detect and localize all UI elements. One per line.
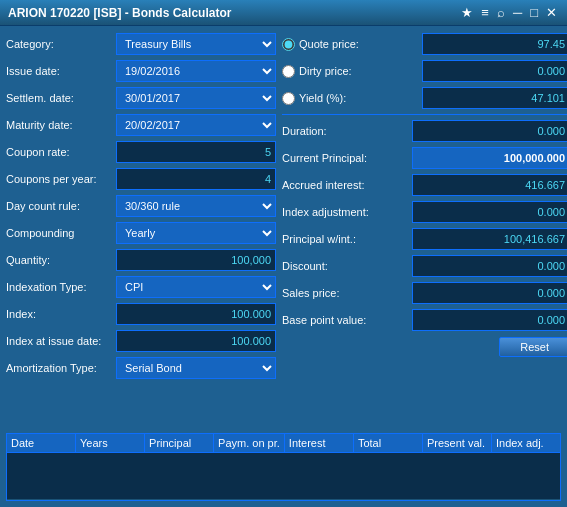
current-principal-input[interactable]: [412, 147, 567, 169]
settlem-date-label: Settlem. date:: [6, 92, 116, 104]
maturity-date-label: Maturity date:: [6, 119, 116, 131]
coupons-year-input[interactable]: [116, 168, 276, 190]
quantity-label: Quantity:: [6, 254, 116, 266]
col-total: Total: [354, 434, 423, 452]
window-controls: ★ ≡ ⌕ ─ □ ✕: [459, 5, 559, 20]
index-input[interactable]: [116, 303, 276, 325]
index-label: Index:: [6, 308, 116, 320]
issue-date-row: Issue date: 19/02/2016: [6, 59, 276, 83]
coupons-year-label: Coupons per year:: [6, 173, 116, 185]
index-adjustment-row: Index adjustment:: [282, 200, 567, 224]
current-principal-label: Current Principal:: [282, 152, 412, 164]
current-principal-row: Current Principal:: [282, 146, 567, 170]
col-interest: Interest: [285, 434, 354, 452]
table-header: Date Years Principal Paym. on pr. Intere…: [7, 434, 560, 453]
coupon-rate-label: Coupon rate:: [6, 146, 116, 158]
yield-radio[interactable]: [282, 92, 295, 105]
quantity-input[interactable]: [116, 249, 276, 271]
base-point-row: Base point value:: [282, 308, 567, 332]
day-count-row: Day count rule: 30/360 rule Actual/365 A…: [6, 194, 276, 218]
day-count-select[interactable]: 30/360 rule Actual/365 Actual/360: [116, 195, 276, 217]
dirty-price-input[interactable]: [422, 60, 567, 82]
dirty-price-radio[interactable]: [282, 65, 295, 78]
index-issue-input[interactable]: [116, 330, 276, 352]
category-row: Category: Treasury Bills Government Bond…: [6, 32, 276, 56]
base-point-input[interactable]: [412, 309, 567, 331]
principal-wint-input[interactable]: [412, 228, 567, 250]
table-body: [7, 453, 560, 499]
main-content: Category: Treasury Bills Government Bond…: [0, 26, 567, 507]
close-icon[interactable]: ✕: [544, 5, 559, 20]
discount-row: Discount:: [282, 254, 567, 278]
col-paym-on-pr: Paym. on pr.: [214, 434, 285, 452]
search-icon[interactable]: ⌕: [495, 5, 507, 20]
maturity-date-row: Maturity date: 20/02/2017: [6, 113, 276, 137]
data-table: Date Years Principal Paym. on pr. Intere…: [6, 433, 561, 501]
col-principal: Principal: [145, 434, 214, 452]
accrued-interest-input[interactable]: [412, 174, 567, 196]
col-years: Years: [76, 434, 145, 452]
indexation-type-label: Indexation Type:: [6, 281, 116, 293]
col-present-val: Present val.: [423, 434, 492, 452]
coupons-year-row: Coupons per year:: [6, 167, 276, 191]
yield-row: Yield (%):: [282, 86, 567, 110]
divider: [282, 114, 567, 115]
reset-row: Reset: [282, 337, 567, 357]
amortization-select[interactable]: Serial Bond Bullet: [116, 357, 276, 379]
compounding-select[interactable]: Yearly Semi-annually Quarterly Monthly: [116, 222, 276, 244]
form-area: Category: Treasury Bills Government Bond…: [6, 32, 561, 429]
amortization-row: Amortization Type: Serial Bond Bullet: [6, 356, 276, 380]
col-date: Date: [7, 434, 76, 452]
duration-label: Duration:: [282, 125, 412, 137]
index-row: Index:: [6, 302, 276, 326]
settlem-date-select[interactable]: 30/01/2017: [116, 87, 276, 109]
sales-price-row: Sales price:: [282, 281, 567, 305]
category-label: Category:: [6, 38, 116, 50]
title-bar: ARION 170220 [ISB] - Bonds Calculator ★ …: [0, 0, 567, 26]
category-select[interactable]: Treasury Bills Government Bonds Corporat…: [116, 33, 276, 55]
principal-wint-label: Principal w/int.:: [282, 233, 412, 245]
issue-date-label: Issue date:: [6, 65, 116, 77]
index-issue-row: Index at issue date:: [6, 329, 276, 353]
index-adjustment-input[interactable]: [412, 201, 567, 223]
indexation-type-row: Indexation Type: CPI None: [6, 275, 276, 299]
star-icon[interactable]: ★: [459, 5, 475, 20]
maximize-icon[interactable]: □: [528, 5, 540, 20]
quote-price-input[interactable]: [422, 33, 567, 55]
principal-wint-row: Principal w/int.:: [282, 227, 567, 251]
yield-input[interactable]: [422, 87, 567, 109]
reset-button[interactable]: Reset: [499, 337, 567, 357]
yield-radio-label: Yield (%):: [299, 92, 346, 104]
index-issue-label: Index at issue date:: [6, 335, 116, 347]
duration-row: Duration:: [282, 119, 567, 143]
sales-price-label: Sales price:: [282, 287, 412, 299]
duration-input[interactable]: [412, 120, 567, 142]
maturity-date-select[interactable]: 20/02/2017: [116, 114, 276, 136]
right-panel: Quote price: Dirty price: Yield (%):: [282, 32, 567, 429]
dirty-price-row: Dirty price:: [282, 59, 567, 83]
col-index-adj: Index adj.: [492, 434, 560, 452]
coupon-rate-input[interactable]: [116, 141, 276, 163]
accrued-interest-row: Accrued interest:: [282, 173, 567, 197]
title-text: ARION 170220 [ISB] - Bonds Calculator: [8, 6, 231, 20]
indexation-type-select[interactable]: CPI None: [116, 276, 276, 298]
base-point-label: Base point value:: [282, 314, 412, 326]
quote-price-radio[interactable]: [282, 38, 295, 51]
menu-icon[interactable]: ≡: [479, 5, 491, 20]
issue-date-select[interactable]: 19/02/2016: [116, 60, 276, 82]
sales-price-input[interactable]: [412, 282, 567, 304]
compounding-label: Compounding: [6, 227, 116, 239]
compounding-row: Compounding Yearly Semi-annually Quarter…: [6, 221, 276, 245]
quote-price-radio-label: Quote price:: [299, 38, 359, 50]
minimize-icon[interactable]: ─: [511, 5, 524, 20]
day-count-label: Day count rule:: [6, 200, 116, 212]
quantity-row: Quantity:: [6, 248, 276, 272]
settlem-date-row: Settlem. date: 30/01/2017: [6, 86, 276, 110]
dirty-price-radio-label: Dirty price:: [299, 65, 352, 77]
discount-input[interactable]: [412, 255, 567, 277]
quote-price-row: Quote price:: [282, 32, 567, 56]
amortization-label: Amortization Type:: [6, 362, 116, 374]
left-panel: Category: Treasury Bills Government Bond…: [6, 32, 276, 429]
accrued-interest-label: Accrued interest:: [282, 179, 412, 191]
index-adjustment-label: Index adjustment:: [282, 206, 412, 218]
